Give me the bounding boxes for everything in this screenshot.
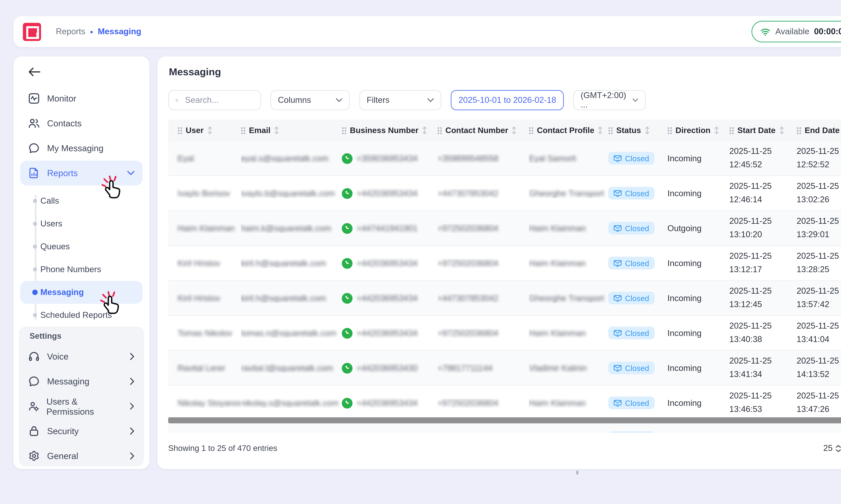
- cell-business-number: +442036953434: [342, 397, 437, 408]
- cell-end: 2025-11-2513:28:25: [796, 250, 841, 276]
- bullet-dot-icon: [33, 313, 37, 317]
- reports-submenu: Calls Users Queues Phone Numbers Messagi…: [14, 190, 149, 327]
- cell-email: ravital.l@squaretalk.com: [241, 363, 342, 373]
- top-header-bar: t Reports • Messaging Available 00:00:08: [14, 16, 841, 47]
- column-header-email[interactable]: Email: [241, 126, 342, 135]
- drag-handle-icon[interactable]: [667, 127, 672, 134]
- column-header-status[interactable]: Status: [608, 126, 667, 135]
- wifi-icon: [760, 27, 771, 36]
- table-row: Haim Klainmanhaim.k@squaretalk.com+44744…: [168, 211, 841, 246]
- brand-logo[interactable]: t: [23, 22, 41, 41]
- closed-status-icon: [614, 295, 622, 301]
- drag-handle-icon[interactable]: [729, 127, 734, 134]
- filters-dropdown[interactable]: Filters: [359, 90, 441, 110]
- column-header-user[interactable]: User: [168, 126, 241, 135]
- breadcrumb: Reports • Messaging: [56, 26, 141, 37]
- settings-item-voice[interactable]: Voice: [19, 344, 144, 369]
- cell-user: Tomas Nikolov: [168, 328, 241, 338]
- sort-icon[interactable]: [512, 126, 517, 134]
- closed-status-icon: [614, 399, 622, 406]
- page-size-selector[interactable]: 25: [823, 444, 841, 453]
- horizontal-scrollbar-thumb[interactable]: [168, 417, 841, 424]
- status-badge: Closed: [608, 257, 654, 269]
- cell-contact-profile: Gheorghe Transport: [529, 293, 608, 303]
- sort-icon[interactable]: [207, 126, 212, 134]
- whatsapp-icon: [342, 153, 353, 164]
- drag-handle-icon[interactable]: [241, 127, 245, 134]
- sidebar-item-contacts[interactable]: Contacts: [20, 111, 143, 136]
- search-input[interactable]: [184, 95, 254, 106]
- cell-start: 2025-11-2513:41:34: [729, 355, 796, 381]
- drag-handle-icon[interactable]: [342, 127, 346, 134]
- column-header-contact-profile[interactable]: Contact Profile: [529, 126, 608, 135]
- subitem-label: Queues: [40, 242, 70, 251]
- sort-icon[interactable]: [779, 126, 784, 134]
- sort-icon[interactable]: [645, 126, 650, 134]
- breadcrumb-separator: •: [90, 26, 93, 37]
- cell-email: eyal.s@squaretalk.com: [241, 154, 342, 163]
- settings-item-general[interactable]: General: [19, 444, 144, 468]
- column-header-start-date[interactable]: Start Date: [729, 126, 796, 135]
- sidebar-item-monitor[interactable]: Monitor: [20, 86, 143, 111]
- breadcrumb-section[interactable]: Reports: [56, 27, 85, 36]
- settings-item-messaging[interactable]: Messaging: [19, 369, 144, 394]
- whatsapp-icon: [342, 258, 353, 268]
- cell-user: Ivaylo Borisov: [168, 188, 241, 198]
- search-field[interactable]: [168, 90, 261, 110]
- date-range-picker[interactable]: 2025-10-01 to 2026-02-18: [451, 90, 564, 110]
- column-header-direction[interactable]: Direction: [667, 126, 729, 135]
- whatsapp-icon: [342, 188, 353, 199]
- sort-icon[interactable]: [598, 126, 603, 134]
- drag-handle-icon[interactable]: [178, 127, 182, 134]
- settings-item-label: Security: [47, 426, 79, 436]
- next-page-button[interactable]: ›: [168, 466, 841, 477]
- page-title: Messaging: [169, 66, 221, 77]
- cell-business-number: +442036953434: [342, 328, 437, 338]
- drag-handle-icon[interactable]: [529, 127, 534, 134]
- closed-status-icon: [614, 330, 622, 336]
- column-header-end-date[interactable]: End Date: [796, 126, 841, 135]
- cell-contact-profile: Haim Klainman: [529, 398, 608, 408]
- availability-status-pill[interactable]: Available 00:00:08: [752, 21, 841, 42]
- cell-status: Closed: [608, 257, 667, 269]
- drag-handle-icon[interactable]: [437, 127, 442, 134]
- closed-status-icon: [614, 260, 622, 267]
- drag-handle-icon[interactable]: [796, 127, 801, 134]
- cell-business-number: +420228807328: [342, 432, 437, 433]
- timezone-dropdown[interactable]: (GMT+2:00) ...: [573, 90, 646, 110]
- subitem-label: Phone Numbers: [40, 265, 101, 274]
- bullet-dot-icon: [33, 199, 37, 203]
- chevron-down-icon: [127, 171, 135, 175]
- settings-item-label: Voice: [47, 352, 68, 362]
- cell-start: 2025-11-2513:46:53: [729, 390, 796, 416]
- cell-user: Kiril Hristov: [168, 258, 241, 268]
- sidebar-subitem-queues[interactable]: Queues: [20, 235, 143, 258]
- cell-user: Haim Klainman: [168, 223, 241, 233]
- cell-start: 2025-11-2512:46:14: [729, 180, 796, 206]
- sort-icon[interactable]: [714, 126, 719, 134]
- sidebar-subitem-users[interactable]: Users: [20, 212, 143, 235]
- settings-item-users-permissions[interactable]: Users & Permissions: [19, 394, 144, 419]
- settings-item-security[interactable]: Security: [19, 419, 144, 444]
- cell-start: 2025-11-2513:12:17: [729, 250, 796, 276]
- sidebar-item-my-messaging[interactable]: My Messaging: [20, 136, 143, 161]
- sidebar-subitem-phone-numbers[interactable]: Phone Numbers: [20, 258, 143, 281]
- column-header-contact-number[interactable]: Contact Number: [437, 126, 529, 135]
- cell-start: 2025-11-2513:10:20: [729, 215, 796, 241]
- sort-icon[interactable]: [274, 126, 279, 134]
- cell-business-number: +442036953434: [342, 258, 437, 268]
- cell-end: 2025-11-2513:29:01: [796, 215, 841, 241]
- cell-direction: Incoming: [667, 398, 729, 408]
- collapse-sidebar-button[interactable]: [28, 67, 40, 77]
- drag-handle-icon[interactable]: [608, 127, 613, 134]
- cell-status: Closed: [608, 292, 667, 304]
- columns-dropdown[interactable]: Columns: [271, 90, 350, 110]
- cell-business-number: +359036953434: [342, 153, 437, 164]
- sort-icon[interactable]: [422, 126, 427, 134]
- cell-status: Closed: [608, 396, 667, 409]
- column-header-business-number[interactable]: Business Number: [342, 126, 437, 135]
- cell-status: Closed: [608, 431, 667, 433]
- chevron-down-icon: [427, 98, 434, 102]
- cell-contact-profile: Haim Klainman: [529, 258, 608, 268]
- cell-end: 2025-11-2514:13:52: [796, 355, 841, 381]
